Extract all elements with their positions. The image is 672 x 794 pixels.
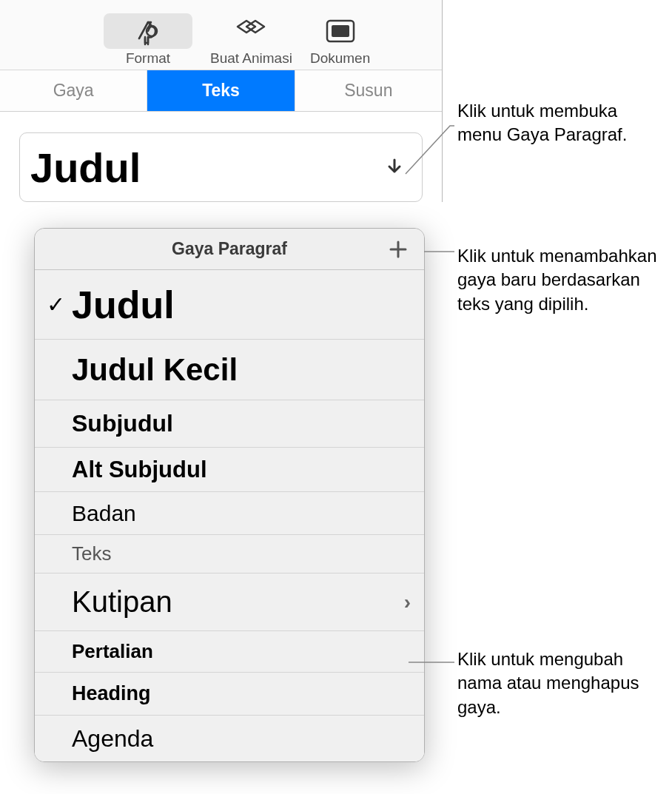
style-item-label: Judul Kecil xyxy=(72,352,411,388)
add-style-button[interactable] xyxy=(386,237,411,262)
document-button[interactable]: Dokumen xyxy=(310,13,370,67)
inspector-tabs: Gaya Teks Susun xyxy=(0,70,442,112)
document-icon xyxy=(322,13,359,49)
animate-label: Buat Animasi xyxy=(210,50,292,67)
style-item-label: Agenda xyxy=(72,725,411,753)
style-item-kutipan[interactable]: Kutipan› xyxy=(35,573,424,631)
top-toolbar: Format Buat Animasi Dokumen xyxy=(0,0,442,70)
tab-style[interactable]: Gaya xyxy=(0,70,147,111)
style-item-subjudul[interactable]: Subjudul xyxy=(35,400,424,448)
style-item-label: Badan xyxy=(72,501,411,526)
style-item-alt-subjudul[interactable]: Alt Subjudul xyxy=(35,448,424,492)
callout-open-menu: Klik untuk membuka menu Gaya Paragraf. xyxy=(457,99,665,147)
paragraph-style-popover: Gaya Paragraf JudulJudul KecilSubjudulAl… xyxy=(34,228,425,762)
tab-arrange[interactable]: Susun xyxy=(295,70,442,111)
style-list: JudulJudul KecilSubjudulAlt SubjudulBada… xyxy=(35,270,424,761)
style-item-badan[interactable]: Badan xyxy=(35,492,424,535)
tab-text[interactable]: Teks xyxy=(147,70,295,111)
chevron-right-icon[interactable]: › xyxy=(404,591,411,614)
inspector-panel: Format Buat Animasi Dokumen Gaya Teks xyxy=(0,0,443,202)
format-icon xyxy=(104,13,192,49)
style-item-teks[interactable]: Teks xyxy=(35,535,424,573)
style-item-label: Heading xyxy=(72,682,411,705)
svg-rect-4 xyxy=(332,25,349,37)
style-item-judul[interactable]: Judul xyxy=(35,270,424,340)
callout-rename-delete: Klik untuk mengubah nama atau menghapus … xyxy=(457,647,665,719)
plus-icon xyxy=(388,239,409,260)
paragraph-style-area: Judul xyxy=(0,112,442,202)
chevron-down-icon xyxy=(383,156,406,178)
animate-icon xyxy=(232,13,269,49)
style-item-pertalian[interactable]: Pertalian xyxy=(35,631,424,673)
style-item-label: Judul xyxy=(72,283,411,327)
style-item-label: Subjudul xyxy=(72,410,411,437)
document-label: Dokumen xyxy=(310,50,370,67)
style-item-label: Alt Subjudul xyxy=(72,457,411,483)
style-item-agenda[interactable]: Agenda xyxy=(35,716,424,761)
format-label: Format xyxy=(126,50,170,67)
format-button[interactable]: Format xyxy=(104,13,192,67)
popover-header: Gaya Paragraf xyxy=(35,229,424,270)
animate-button[interactable]: Buat Animasi xyxy=(210,13,292,67)
style-item-heading[interactable]: Heading xyxy=(35,673,424,716)
popover-title: Gaya Paragraf xyxy=(172,239,287,259)
style-item-label: Teks xyxy=(72,542,411,565)
callout-add-style: Klik untuk menambahkan gaya baru berdasa… xyxy=(457,244,665,316)
style-item-label: Kutipan xyxy=(72,585,404,619)
style-item-judul-kecil[interactable]: Judul Kecil xyxy=(35,340,424,400)
current-style-name: Judul xyxy=(30,144,141,192)
style-item-label: Pertalian xyxy=(72,640,411,663)
paragraph-style-dropdown[interactable]: Judul xyxy=(19,132,423,202)
